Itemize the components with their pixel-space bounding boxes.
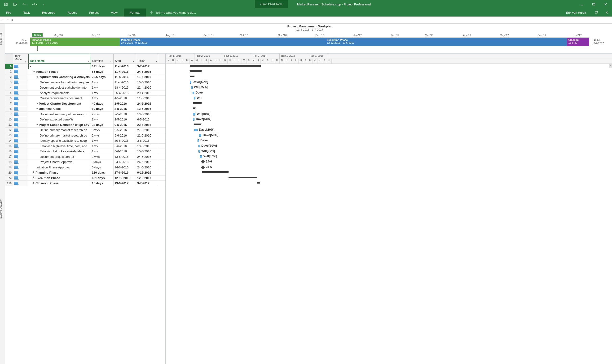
publish-icon[interactable] (13, 2, 18, 7)
row-id[interactable]: 1 (5, 69, 13, 74)
finish-cell[interactable]: 24-6-2016 (136, 154, 159, 159)
finish-cell[interactable]: 15-4-2016 (136, 80, 159, 85)
select-all-cell[interactable] (5, 54, 13, 64)
row-id[interactable]: 7 (5, 101, 13, 106)
duration-cell[interactable]: 1 wk (91, 149, 113, 154)
timeline-bar[interactable]: Execution Phase12-12-2016 - 12-6-2017 (325, 38, 567, 46)
task-mode-cell[interactable] (13, 91, 28, 96)
summary-bar[interactable] (202, 171, 229, 173)
task-bar[interactable] (198, 150, 200, 153)
row-id[interactable]: 14 (5, 138, 13, 143)
tab-file[interactable]: File (0, 9, 17, 16)
expand-icon[interactable] (33, 172, 35, 174)
qat-customize-icon[interactable]: ▾ (41, 2, 46, 7)
task-mode-cell[interactable] (13, 128, 28, 133)
table-row[interactable]: 3Define process for gathering require1 w… (5, 80, 165, 85)
start-cell[interactable]: 4-5-2016 (113, 96, 136, 101)
start-cell[interactable]: 11-4-2016 (113, 74, 136, 80)
finish-cell[interactable]: 29-4-2016 (136, 91, 159, 96)
row-id[interactable]: 2 (5, 74, 13, 80)
task-mode-cell[interactable] (13, 80, 28, 85)
task-bar[interactable] (193, 92, 194, 94)
header-task-name[interactable]: Task Name▼ (28, 54, 91, 64)
table-row[interactable]: 13Define primary market research de2 wks… (5, 133, 165, 138)
task-name-cell[interactable]: Project Charter Development (28, 101, 91, 106)
row-id[interactable]: 8 (5, 106, 13, 112)
header-start[interactable]: Start▼ (113, 54, 136, 64)
task-bar[interactable] (191, 86, 193, 89)
task-mode-cell[interactable] (13, 181, 28, 186)
finish-cell[interactable]: 11-5-2016 (136, 74, 159, 80)
table-row[interactable]: 8Business Case10 days2-5-201613-5-2016 (5, 106, 165, 112)
finish-cell[interactable]: 9-12-2016 (136, 170, 159, 175)
row-id[interactable]: 4 (5, 85, 13, 90)
duration-cell[interactable]: 0 days (91, 165, 113, 170)
task-mode-cell[interactable] (13, 133, 28, 138)
duration-cell[interactable]: 55 days (91, 69, 113, 74)
summary-bar[interactable] (229, 177, 257, 178)
task-name-cell[interactable]: Define primary market research ob (28, 128, 91, 133)
summary-bar[interactable] (257, 182, 260, 183)
table-row[interactable]: 20Planning Phase120 days27-6-20169-12-20… (5, 170, 165, 176)
header-task-mode[interactable]: Task Mode▼ (13, 54, 28, 64)
task-name-cell[interactable]: Analyze requirements (28, 91, 91, 96)
entry-cancel-button[interactable]: ✕ (0, 18, 5, 22)
tab-report[interactable]: Report (61, 9, 83, 16)
table-row[interactable]: 1Initiation Phase55 days11-4-201624-6-20… (5, 69, 165, 75)
start-cell[interactable]: 24-6-2016 (113, 159, 136, 165)
table-row[interactable]: 9Document summary of business p2 wks2-5-… (5, 112, 165, 117)
table-row[interactable]: 7Project Charter Development40 days2-5-2… (5, 101, 165, 106)
table-row[interactable]: 110Closeout Phase15 days13-6-20173-7-201… (5, 181, 165, 186)
row-id[interactable]: 3 (5, 80, 13, 85)
task-name-cell[interactable]: Requirements Gathering & Analysis (28, 74, 91, 80)
gantt-chart[interactable]: Half 1, 2016Half 2, 2016Half 1, 2017Half… (166, 54, 612, 364)
ribbon-close-button[interactable] (602, 9, 612, 16)
start-cell[interactable]: 25-4-2016 (113, 91, 136, 96)
start-cell[interactable]: 13-6-2016 (113, 154, 136, 159)
timeline-panel[interactable]: Project Management Workplan 11-4-2016 - … (5, 24, 612, 54)
duration-cell[interactable]: 1 wk (91, 80, 113, 85)
task-bar[interactable] (194, 129, 197, 131)
task-name-cell[interactable]: Project Scope Definition (High Lev (28, 122, 91, 128)
expand-icon[interactable] (36, 76, 37, 78)
start-cell[interactable]: 2-5-2016 (113, 101, 136, 106)
row-id[interactable]: 17 (5, 154, 13, 159)
milestone-icon[interactable] (201, 160, 205, 164)
start-cell[interactable]: 24-6-2016 (113, 165, 136, 170)
task-mode-cell[interactable] (13, 64, 28, 69)
redo-icon[interactable]: ▾ (32, 2, 37, 7)
duration-cell[interactable]: 22,5 days (91, 74, 113, 80)
task-mode-cell[interactable] (13, 69, 28, 74)
table-row[interactable]: 4Document project-stakeholder inte1 wk18… (5, 85, 165, 91)
finish-cell[interactable]: 13-5-2016 (136, 112, 159, 117)
task-name-cell[interactable]: Document project-stakeholder inte (28, 85, 91, 90)
task-name-cell[interactable]: Create requirements document (28, 96, 91, 101)
task-mode-cell[interactable] (13, 117, 28, 122)
duration-cell[interactable]: 0 days (91, 159, 113, 165)
finish-cell[interactable]: 27-5-2016 (136, 128, 159, 133)
duration-cell[interactable]: 1 wk (91, 96, 113, 101)
expand-icon[interactable] (33, 177, 35, 179)
row-id[interactable]: 19 (5, 165, 13, 170)
start-cell[interactable]: 11-4-2016 (113, 80, 136, 85)
tab-task[interactable]: Task (17, 9, 36, 16)
duration-cell[interactable]: 2 wks (91, 133, 113, 138)
duration-cell[interactable]: 1 wk (91, 117, 113, 122)
task-bar[interactable] (193, 113, 195, 116)
save-icon[interactable] (3, 2, 9, 7)
task-mode-cell[interactable] (13, 106, 28, 112)
duration-cell[interactable]: 1 wk (91, 138, 113, 143)
task-name-cell[interactable]: Define expected benefits (28, 117, 91, 122)
task-mode-cell[interactable] (13, 112, 28, 117)
table-row[interactable]: 73Execution Phase131 days12-12-201612-6-… (5, 176, 165, 181)
task-mode-cell[interactable] (13, 154, 28, 159)
start-cell[interactable]: 2-5-2016 (113, 112, 136, 117)
table-row[interactable]: 16Establish list of key stakeholders1 wk… (5, 149, 165, 154)
finish-cell[interactable]: 13-5-2016 (136, 106, 159, 112)
tab-format[interactable]: Format (124, 9, 146, 16)
task-bar[interactable] (197, 139, 199, 142)
row-id[interactable]: 73 (5, 176, 13, 181)
task-mode-cell[interactable] (13, 149, 28, 154)
task-name-cell[interactable]: Document summary of business p (28, 112, 91, 117)
task-name-cell[interactable]: s (28, 64, 91, 69)
